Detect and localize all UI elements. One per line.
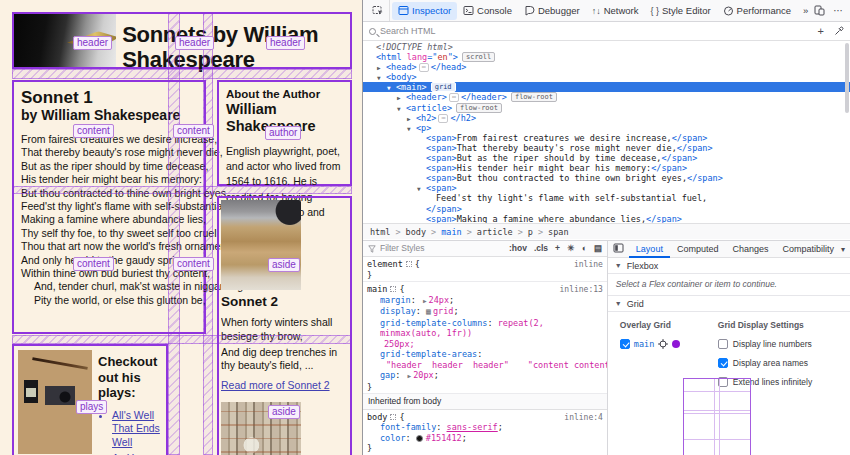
css-declaration[interactable]: grid-template-areas:: [367, 349, 603, 360]
flexbox-section-header[interactable]: ▼ Flexbox: [608, 258, 850, 274]
play-link[interactable]: All's Well That Ends Well: [112, 409, 162, 450]
markup-row[interactable]: <span>Making a famine where abundance li…: [363, 214, 850, 223]
tab-changes[interactable]: Changes: [725, 241, 775, 258]
overlay-grid-item-name[interactable]: main: [634, 339, 654, 349]
markup-row[interactable]: <span>From fairest creatures we desire i…: [363, 133, 850, 143]
highlight-selector-icon[interactable]: [390, 414, 396, 420]
css-declaration[interactable]: font-family: sans-serif;: [367, 422, 603, 433]
declaration-list: font-family: sans-serif;color: #151412;: [367, 422, 603, 443]
grid-label-content: content: [173, 124, 214, 138]
grid-template-area-string: "content content author": [509, 360, 608, 370]
markup-row[interactable]: ▶<h2>⋯</h2>: [363, 113, 850, 123]
markup-row[interactable]: <!DOCTYPE html>: [363, 42, 850, 52]
css-declaration[interactable]: gap: ▶20px;: [367, 370, 603, 382]
print-sim-icon[interactable]: ▤: [594, 243, 602, 254]
tab-console[interactable]: Console: [457, 2, 518, 20]
html-search-bar[interactable]: Search HTML +: [363, 22, 850, 41]
breadcrumb-item-html[interactable]: html: [370, 227, 390, 237]
devtools-toolbar: Inspector Console Debugger ↑↓ Network { …: [363, 0, 850, 22]
breadcrumb-item-body[interactable]: body: [406, 227, 426, 237]
page-title: Sonnets by William Shakespeare: [116, 14, 350, 67]
highlight-selector-icon[interactable]: [390, 286, 396, 292]
inspector-icon: [398, 5, 409, 16]
markup-row[interactable]: Feed'st thy light's flame with self-subs…: [363, 193, 850, 203]
breadcrumb-item-p[interactable]: p: [528, 227, 533, 237]
tab-overflow-caret[interactable]: ▾: [841, 245, 850, 254]
light-theme-sim-icon[interactable]: ☀: [567, 243, 575, 254]
breadcrumb-item-span[interactable]: span: [548, 227, 568, 237]
pick-element-button[interactable]: [367, 0, 390, 21]
filter-styles-input[interactable]: Filter Styles: [380, 243, 424, 254]
add-rule-button[interactable]: +: [555, 243, 560, 254]
markup-row[interactable]: <span>His tender heir might bear his mem…: [363, 163, 850, 173]
grid-display-icon[interactable]: ▦: [426, 307, 431, 316]
responsive-design-icon[interactable]: [814, 5, 825, 16]
eyedropper-icon[interactable]: [834, 26, 844, 36]
tab-network[interactable]: ↑↓ Network: [586, 2, 645, 20]
markup-row[interactable]: <html lang="en">scroll: [363, 52, 850, 62]
tab-inspector[interactable]: Inspector: [392, 2, 457, 20]
markup-row[interactable]: ▶<header>⋯</header>flow-root: [363, 92, 850, 102]
markup-row[interactable]: <span>That thereby beauty's rose might n…: [363, 143, 850, 153]
add-node-icon[interactable]: +: [818, 25, 824, 37]
read-more-sonnet2-link[interactable]: Read more of Sonnet 2: [221, 379, 330, 391]
checkbox-unchecked[interactable]: [718, 339, 728, 349]
rules-pane: Filter Styles :hov .cls + ☀ ◐ ▤ element{…: [363, 241, 608, 455]
markup-row[interactable]: ▼<span>: [363, 183, 850, 193]
markup-row[interactable]: ▼<body>: [363, 72, 850, 82]
scroll-to-grid-icon[interactable]: [658, 339, 668, 349]
rule-selector: main: [367, 284, 387, 294]
css-declaration[interactable]: color: #151412;: [367, 433, 603, 444]
markup-row[interactable]: ▼<p>: [363, 123, 850, 133]
color-swatch[interactable]: [416, 435, 423, 442]
rule-source-link[interactable]: inline: [574, 260, 603, 271]
tab-debugger[interactable]: Debugger: [518, 2, 586, 20]
grid-settings-label: Grid Display Settings: [718, 320, 812, 330]
flow-root-badge[interactable]: flow-root: [511, 92, 557, 102]
tab-computed[interactable]: Computed: [670, 241, 726, 258]
markup-row[interactable]: ▼<article>flow-root: [363, 103, 850, 113]
toolbar-right-icons: ⋯ ✕: [814, 5, 850, 16]
checkbox-checked[interactable]: [718, 358, 728, 368]
css-declaration[interactable]: grid-template-columns: repeat(2, minmax(…: [367, 318, 603, 339]
meatball-menu-icon[interactable]: ⋯: [833, 5, 843, 16]
css-declaration[interactable]: margin: ▶24px;: [367, 295, 603, 307]
flow-root-badge[interactable]: flow-root: [456, 103, 502, 113]
class-panel-button[interactable]: .cls: [534, 243, 548, 254]
element-style-rule[interactable]: element{inline }: [363, 257, 607, 282]
body-style-rule[interactable]: body{inline:4 font-family: sans-serif;co…: [363, 410, 607, 455]
grid-label-content: content: [73, 124, 114, 138]
expand-arrow-icon: ▼: [417, 184, 426, 194]
scroll-badge[interactable]: scroll: [462, 52, 495, 62]
grid-badge[interactable]: grid: [431, 82, 456, 92]
grid-outline-preview[interactable]: [683, 378, 751, 455]
rule-source-link[interactable]: inline:4: [564, 413, 603, 424]
tab-style-editor[interactable]: { } Style Editor: [645, 2, 717, 20]
grid-color-swatch[interactable]: [672, 340, 680, 348]
poem-line: And, tender churl, mak'st waste in nigga…: [21, 280, 197, 293]
css-declaration[interactable]: display: ▦grid;: [367, 306, 603, 318]
breadcrumb-item-article[interactable]: article: [477, 227, 513, 237]
split-sidebar-icon[interactable]: [608, 243, 629, 255]
markup-row[interactable]: <span>But as the riper should by time de…: [363, 153, 850, 163]
more-tabs-button[interactable]: »: [797, 2, 814, 20]
tab-layout[interactable]: Layout: [629, 241, 670, 258]
breadcrumb-item-main[interactable]: main: [441, 227, 461, 237]
rule-source-link[interactable]: inline:13: [560, 285, 603, 296]
markup-row[interactable]: <span>But thou contracted to thine own b…: [363, 173, 850, 183]
markup-row[interactable]: ▶<head>⋯</head>: [363, 62, 850, 72]
highlight-selector-icon[interactable]: [406, 261, 412, 267]
rule-selector: element: [367, 259, 403, 269]
markup-row[interactable]: </span>: [363, 204, 850, 214]
pick-element-icon: [372, 5, 384, 17]
markup-scrollbar[interactable]: [845, 43, 849, 113]
markup-row-selected[interactable]: ▼<main>grid: [363, 82, 850, 92]
dark-theme-sim-icon[interactable]: ◐: [582, 243, 587, 254]
tab-performance[interactable]: Performance: [717, 2, 797, 20]
overlay-grid-checkbox[interactable]: [620, 339, 630, 349]
pseudo-class-button[interactable]: :hov: [509, 243, 527, 254]
grid-area-content: Sonnet 1 by William Shakespeare From fai…: [12, 80, 206, 334]
grid-section-header[interactable]: ▼ Grid: [608, 296, 850, 312]
tab-compatibility[interactable]: Compatibility: [775, 241, 841, 258]
main-style-rule[interactable]: main{inline:13 margin: ▶24px;display: ▦g…: [363, 282, 607, 394]
